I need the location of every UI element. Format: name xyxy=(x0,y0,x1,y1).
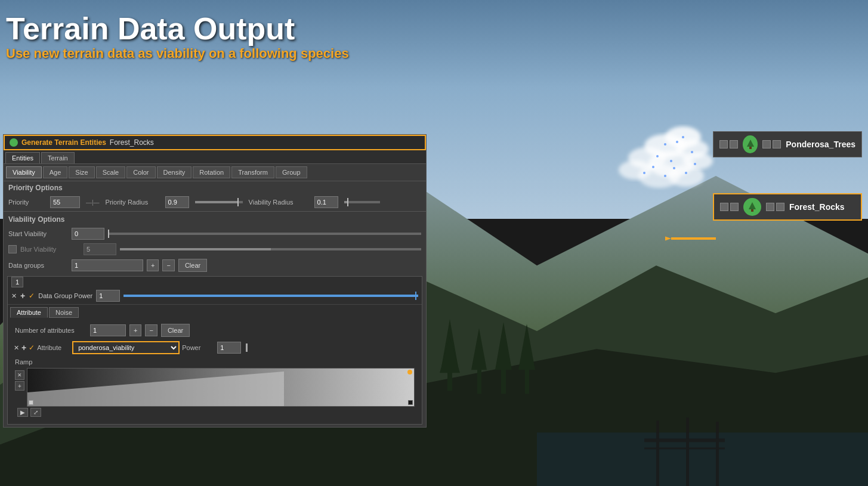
start-viability-row: Start Viability xyxy=(4,226,426,242)
num-attributes-input[interactable] xyxy=(90,324,126,336)
node-name: Forest_Rocks xyxy=(110,138,154,147)
main-panel: Generate Terrain Entities Forest_Rocks E… xyxy=(3,134,427,428)
svg-marker-44 xyxy=(749,202,756,209)
data-groups-add-button[interactable]: + xyxy=(147,259,159,271)
data-group-power-slider[interactable] xyxy=(123,295,418,297)
main-tabs-row: Entities Terrain xyxy=(4,150,426,164)
subtab-scale[interactable]: Scale xyxy=(96,166,126,178)
tab-terrain[interactable]: Terrain xyxy=(41,152,75,163)
start-viability-slider[interactable] xyxy=(108,233,421,235)
priority-label: Priority xyxy=(8,199,44,206)
svg-point-33 xyxy=(643,172,645,174)
num-attributes-clear-button[interactable]: Clear xyxy=(161,324,190,337)
subtab-transform[interactable]: Transform xyxy=(231,166,274,178)
svg-marker-39 xyxy=(27,372,284,406)
num-attributes-remove-button[interactable]: − xyxy=(145,324,157,336)
arrow-container xyxy=(665,224,719,256)
data-groups-input[interactable] xyxy=(72,259,143,271)
ramp-container[interactable] xyxy=(27,368,415,407)
blur-viability-label: Blur Viability xyxy=(20,246,80,253)
priority-input[interactable] xyxy=(50,196,80,208)
ramp-remove-button[interactable]: ✕ xyxy=(15,370,24,380)
svg-point-34 xyxy=(664,175,666,177)
data-group-remove-icon[interactable]: ✕ xyxy=(11,292,17,300)
svg-rect-45 xyxy=(751,209,753,212)
connector-4 xyxy=(773,140,781,148)
node-icon xyxy=(10,138,18,147)
num-attributes-row: Number of attributes + − Clear xyxy=(11,321,418,339)
forest-rocks-left-connectors xyxy=(720,203,739,211)
ponderosa-left-connectors xyxy=(719,140,738,148)
svg-point-35 xyxy=(685,172,687,174)
blur-viability-input[interactable] xyxy=(84,243,116,255)
start-viability-label: Start Viability xyxy=(8,230,68,237)
subtab-size[interactable]: Size xyxy=(69,166,94,178)
ramp-add-button[interactable]: + xyxy=(15,381,24,391)
attr-add-icon[interactable]: + xyxy=(21,343,26,352)
blur-viability-checkbox[interactable] xyxy=(8,245,17,253)
svg-point-28 xyxy=(664,143,666,146)
viability-options-header: Viability Options xyxy=(4,213,426,226)
subtabs-row: Viability Age Size Scale Color Density R… xyxy=(4,164,426,181)
blur-viability-slider[interactable] xyxy=(120,248,421,250)
svg-point-38 xyxy=(656,155,659,157)
svg-marker-40 xyxy=(747,140,754,147)
subtab-group[interactable]: Group xyxy=(276,166,307,178)
priority-radius-input[interactable] xyxy=(165,196,189,208)
power-input[interactable] xyxy=(217,342,241,354)
ramp-marker-right[interactable] xyxy=(408,400,413,405)
svg-point-30 xyxy=(670,160,672,162)
inner-tab-noise[interactable]: Noise xyxy=(49,307,79,318)
num-attributes-add-button[interactable]: + xyxy=(129,324,141,336)
subtab-viability[interactable]: Viability xyxy=(6,166,42,178)
start-viability-input[interactable] xyxy=(72,228,104,240)
svg-rect-17 xyxy=(644,447,725,449)
svg-point-27 xyxy=(676,141,678,143)
forest-rocks-right-connectors xyxy=(766,203,784,211)
node-card-forest-rocks[interactable]: Forest_Rocks xyxy=(713,193,862,221)
header: Terrain Data Output Use new terrain data… xyxy=(6,12,349,61)
divider-1 xyxy=(4,211,426,212)
priority-radius-label: Priority Radius xyxy=(106,199,159,206)
attr-check-icon[interactable]: ✓ xyxy=(29,343,35,352)
svg-rect-13 xyxy=(656,420,659,486)
tab-entities[interactable]: Entities xyxy=(5,152,40,163)
priority-radius-slider[interactable] xyxy=(195,201,243,203)
svg-rect-16 xyxy=(644,438,725,442)
node-graph: Ponderosa_Trees xyxy=(713,131,862,256)
data-group-power-input[interactable] xyxy=(96,290,120,302)
connector-8 xyxy=(776,203,784,211)
attr-remove-icon[interactable]: ✕ xyxy=(14,344,19,352)
num-attributes-label: Number of attributes xyxy=(15,327,87,334)
ramp-footer: ▶ ⤢ xyxy=(15,407,415,418)
node-card-ponderosa[interactable]: Ponderosa_Trees xyxy=(713,131,862,157)
data-group-add-icon[interactable]: + xyxy=(20,291,25,301)
data-group-box: 1 ✕ + ✓ Data Group Power Attribute Noise… xyxy=(7,276,422,425)
attribute-row: ✕ + ✓ Attribute ponderosa_viability alti… xyxy=(11,339,418,356)
viability-radius-slider[interactable] xyxy=(344,201,380,203)
subtab-color[interactable]: Color xyxy=(126,166,155,178)
ramp-curve-svg xyxy=(27,369,414,406)
ramp-resize-button[interactable]: ⤢ xyxy=(30,408,41,417)
data-group-number: 1 xyxy=(11,277,23,287)
subtab-density[interactable]: Density xyxy=(157,166,192,178)
data-group-check-icon[interactable]: ✓ xyxy=(29,292,35,300)
page-subtitle: Use new terrain data as viability on a f… xyxy=(6,46,349,61)
svg-rect-15 xyxy=(716,422,719,486)
data-groups-clear-button[interactable]: Clear xyxy=(178,259,207,272)
attribute-label: Attribute xyxy=(37,344,70,351)
subtab-age[interactable]: Age xyxy=(43,166,68,178)
viability-radius-input[interactable] xyxy=(314,196,338,208)
ramp-marker-left[interactable] xyxy=(29,400,33,405)
blur-viability-row: Blur Viability xyxy=(4,242,426,257)
data-groups-remove-button[interactable]: − xyxy=(162,259,174,271)
node-titlebar: Generate Terrain Entities Forest_Rocks xyxy=(4,135,426,150)
data-group-power-label: Data Group Power xyxy=(38,292,92,299)
attribute-dropdown[interactable]: ponderosa_viability altitude slope moist… xyxy=(72,341,180,354)
viability-radius-label: Viability Radius xyxy=(249,199,308,206)
subtab-rotation[interactable]: Rotation xyxy=(193,166,230,178)
ponderosa-icon xyxy=(743,135,758,153)
svg-point-29 xyxy=(691,151,693,153)
inner-tab-attribute[interactable]: Attribute xyxy=(10,307,48,318)
ramp-play-button[interactable]: ▶ xyxy=(17,408,28,417)
